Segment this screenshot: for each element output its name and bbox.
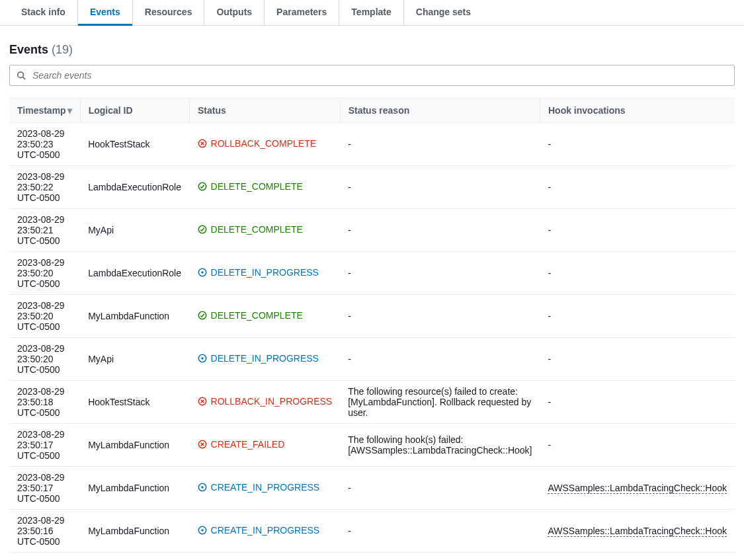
cell-status: DELETE_IN_PROGRESS bbox=[190, 338, 341, 381]
tab-change-sets[interactable]: Change sets bbox=[404, 0, 483, 25]
events-panel: Events (19) Timestamp ▾ Logical ID Statu… bbox=[0, 26, 744, 560]
cell-status-reason: - bbox=[340, 123, 540, 166]
cell-status: CREATE_IN_PROGRESS bbox=[190, 510, 341, 553]
table-row: 2023-08-29 23:50:18 UTC-0500HookTestStac… bbox=[9, 381, 735, 424]
cell-hook: - bbox=[540, 209, 735, 252]
cell-hook: - bbox=[540, 252, 735, 295]
cell-timestamp: 2023-08-29 23:50:20 UTC-0500 bbox=[9, 338, 80, 381]
status-text: DELETE_IN_PROGRESS bbox=[211, 267, 319, 278]
error-icon bbox=[198, 440, 207, 449]
search-input[interactable] bbox=[31, 69, 727, 81]
sort-desc-icon[interactable]: ▾ bbox=[67, 105, 72, 116]
tab-outputs[interactable]: Outputs bbox=[204, 0, 265, 25]
search-container[interactable] bbox=[9, 65, 735, 86]
table-row: 2023-08-29 23:50:16 UTC-0500MyLambdaFunc… bbox=[9, 510, 735, 553]
table-row: 2023-08-29 23:50:17 UTC-0500MyLambdaFunc… bbox=[9, 467, 735, 510]
cell-hook: - bbox=[540, 338, 735, 381]
cell-logical-id: MyApi bbox=[80, 209, 189, 252]
tab-template[interactable]: Template bbox=[339, 0, 403, 25]
cell-timestamp: 2023-08-29 23:50:15 UTC-0500 bbox=[9, 553, 80, 561]
progress-icon bbox=[198, 354, 207, 363]
cell-status: CREATE_FAILED bbox=[190, 424, 341, 467]
cell-logical-id: MyLambdaFunction bbox=[80, 424, 189, 467]
status-text: CREATE_FAILED bbox=[211, 439, 285, 450]
table-row: 2023-08-29 23:50:20 UTC-0500MyApiDELETE_… bbox=[9, 338, 735, 381]
cell-status: DELETE_COMPLETE bbox=[190, 295, 341, 338]
tab-stack-info[interactable]: Stack info bbox=[9, 0, 78, 25]
status-badge: DELETE_IN_PROGRESS bbox=[198, 353, 319, 364]
hook-link[interactable]: AWSSamples::LambdaTracingCheck::Hook bbox=[548, 526, 727, 537]
cell-timestamp: 2023-08-29 23:50:20 UTC-0500 bbox=[9, 252, 80, 295]
table-header-row: Timestamp ▾ Logical ID Status Status rea… bbox=[9, 99, 735, 123]
status-badge: CREATE_IN_PROGRESS bbox=[198, 482, 320, 493]
cell-status: ROLLBACK_COMPLETE bbox=[190, 123, 341, 166]
col-header-logical-id[interactable]: Logical ID bbox=[80, 99, 189, 123]
cell-logical-id: LambdaExecutionRole bbox=[80, 252, 189, 295]
col-header-status-reason[interactable]: Status reason bbox=[340, 99, 540, 123]
cell-status-reason: - bbox=[340, 252, 540, 295]
status-text: ROLLBACK_IN_PROGRESS bbox=[211, 396, 333, 407]
status-text: CREATE_IN_PROGRESS bbox=[211, 482, 320, 493]
cell-status-reason: - bbox=[340, 209, 540, 252]
cell-logical-id: MyLambdaFunction bbox=[80, 510, 189, 553]
cell-logical-id: MyLambdaFunction bbox=[80, 553, 189, 561]
status-badge: CREATE_FAILED bbox=[198, 439, 285, 450]
status-text: ROLLBACK_COMPLETE bbox=[211, 138, 317, 149]
col-header-hooks[interactable]: Hook invocations bbox=[540, 99, 735, 123]
tab-events[interactable]: Events bbox=[78, 0, 133, 25]
success-icon bbox=[198, 311, 207, 320]
cell-hook: - bbox=[540, 123, 735, 166]
cell-logical-id: MyApi bbox=[80, 338, 189, 381]
cell-timestamp: 2023-08-29 23:50:17 UTC-0500 bbox=[9, 467, 80, 510]
status-badge: DELETE_COMPLETE bbox=[198, 224, 303, 235]
svg-point-21 bbox=[201, 529, 204, 532]
hook-link[interactable]: AWSSamples::LambdaTracingCheck::Hook bbox=[548, 483, 727, 494]
cell-status: DELETE_COMPLETE bbox=[190, 166, 341, 209]
tab-bar: Stack infoEventsResourcesOutputsParamete… bbox=[0, 0, 744, 26]
status-badge: DELETE_IN_PROGRESS bbox=[198, 267, 319, 278]
events-table: Timestamp ▾ Logical ID Status Status rea… bbox=[9, 98, 735, 560]
cell-status: CREATE_IN_PROGRESS bbox=[190, 553, 341, 561]
cell-hook: - bbox=[540, 381, 735, 424]
cell-timestamp: 2023-08-29 23:50:22 UTC-0500 bbox=[9, 166, 80, 209]
col-header-status[interactable]: Status bbox=[190, 99, 341, 123]
table-row: 2023-08-29 23:50:23 UTC-0500HookTestStac… bbox=[9, 123, 735, 166]
progress-icon bbox=[198, 268, 207, 277]
progress-icon bbox=[198, 526, 207, 535]
col-header-timestamp-label: Timestamp bbox=[17, 105, 66, 116]
table-row: 2023-08-29 23:50:15 UTC-0500MyLambdaFunc… bbox=[9, 553, 735, 561]
tab-resources[interactable]: Resources bbox=[133, 0, 205, 25]
cell-logical-id: HookTestStack bbox=[80, 381, 189, 424]
cell-status-reason: The following hook(s) failed: [AWSSample… bbox=[340, 424, 540, 467]
cell-status-reason: - bbox=[340, 510, 540, 553]
status-badge: ROLLBACK_COMPLETE bbox=[198, 138, 317, 149]
status-text: DELETE_COMPLETE bbox=[211, 181, 303, 192]
status-text: DELETE_COMPLETE bbox=[211, 224, 303, 235]
cell-status: DELETE_IN_PROGRESS bbox=[190, 252, 341, 295]
cell-hook: - bbox=[540, 166, 735, 209]
svg-point-0 bbox=[18, 72, 24, 78]
cell-status-reason: The following resource(s) failed to crea… bbox=[340, 381, 540, 424]
cell-logical-id: LambdaExecutionRole bbox=[80, 166, 189, 209]
table-row: 2023-08-29 23:50:20 UTC-0500MyLambdaFunc… bbox=[9, 295, 735, 338]
table-row: 2023-08-29 23:50:17 UTC-0500MyLambdaFunc… bbox=[9, 424, 735, 467]
status-badge: DELETE_COMPLETE bbox=[198, 181, 303, 192]
success-icon bbox=[198, 225, 207, 234]
svg-point-19 bbox=[201, 486, 204, 489]
status-badge: ROLLBACK_IN_PROGRESS bbox=[198, 396, 333, 407]
table-row: 2023-08-29 23:50:20 UTC-0500LambdaExecut… bbox=[9, 252, 735, 295]
col-header-timestamp[interactable]: Timestamp ▾ bbox=[9, 99, 80, 123]
error-icon bbox=[198, 397, 207, 406]
svg-point-8 bbox=[201, 271, 204, 274]
cell-hook: - bbox=[540, 553, 735, 561]
svg-point-11 bbox=[201, 357, 204, 360]
cell-timestamp: 2023-08-29 23:50:21 UTC-0500 bbox=[9, 209, 80, 252]
error-icon bbox=[198, 139, 207, 148]
cell-timestamp: 2023-08-29 23:50:16 UTC-0500 bbox=[9, 510, 80, 553]
table-row: 2023-08-29 23:50:22 UTC-0500LambdaExecut… bbox=[9, 166, 735, 209]
cell-hook: - bbox=[540, 295, 735, 338]
cell-status-reason: - bbox=[340, 166, 540, 209]
tab-parameters[interactable]: Parameters bbox=[265, 0, 339, 25]
success-icon bbox=[198, 182, 207, 191]
cell-status-reason: - bbox=[340, 553, 540, 561]
